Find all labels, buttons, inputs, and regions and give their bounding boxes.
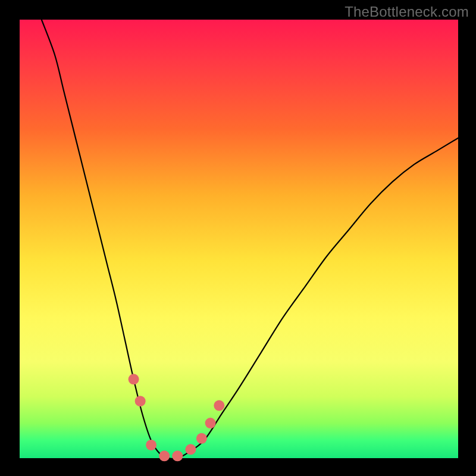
curve-layer	[20, 20, 458, 458]
marker-dot	[205, 418, 216, 428]
marker-dot	[214, 400, 224, 411]
marker-dot	[159, 450, 170, 461]
marker-dot	[196, 433, 207, 444]
marker-dot	[129, 374, 139, 384]
bottleneck-curve	[42, 20, 458, 459]
marker-dot	[146, 440, 156, 450]
chart-frame: TheBottleneck.com	[0, 0, 476, 476]
plot-area	[20, 20, 458, 458]
marker-dot	[185, 444, 196, 455]
watermark-text: TheBottleneck.com	[345, 4, 469, 20]
marker-dot	[135, 396, 146, 406]
marker-dot	[172, 450, 183, 461]
